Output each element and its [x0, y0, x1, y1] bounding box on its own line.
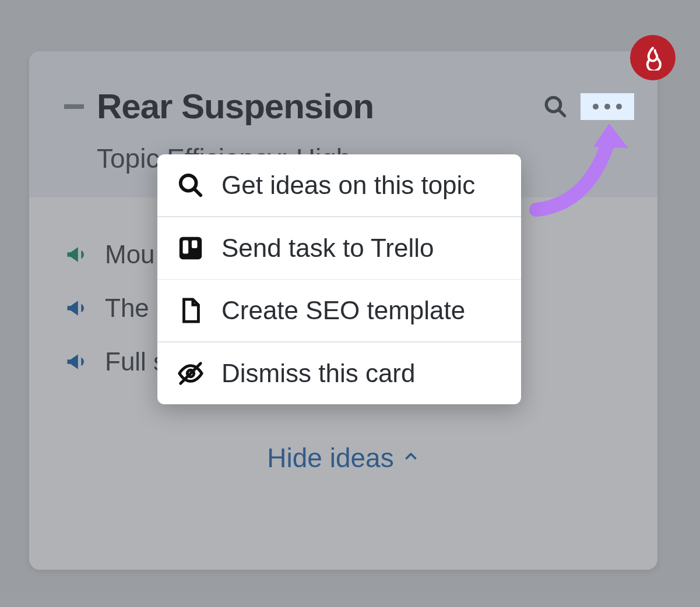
card-title: Rear Suspension — [97, 86, 374, 126]
search-icon — [177, 172, 204, 199]
svg-rect-6 — [183, 241, 189, 254]
search-button[interactable] — [541, 92, 570, 121]
menu-item-label: Dismiss this card — [221, 359, 416, 388]
bullhorn-icon — [64, 295, 90, 321]
collapse-toggle[interactable] — [64, 104, 84, 109]
menu-item-send-trello[interactable]: Send task to Trello — [157, 217, 521, 280]
search-icon — [543, 94, 568, 119]
hide-ideas-label: Hide ideas — [267, 442, 393, 474]
menu-item-get-ideas[interactable]: Get ideas on this topic — [157, 154, 521, 217]
more-options-button[interactable] — [581, 93, 634, 120]
trello-icon — [177, 235, 204, 262]
fire-icon — [640, 45, 666, 70]
menu-item-label: Get ideas on this topic — [221, 171, 475, 200]
menu-item-label: Create SEO template — [221, 296, 465, 325]
bullhorn-icon — [64, 349, 90, 375]
eye-off-icon — [177, 360, 204, 387]
svg-line-4 — [195, 189, 201, 196]
hide-ideas-toggle[interactable]: Hide ideas — [64, 442, 622, 474]
more-options-menu: Get ideas on this topic Send task to Tre… — [157, 154, 521, 404]
svg-rect-7 — [192, 241, 198, 248]
svg-line-1 — [559, 110, 565, 116]
menu-item-create-seo-template[interactable]: Create SEO template — [157, 280, 521, 343]
menu-item-dismiss-card[interactable]: Dismiss this card — [157, 343, 521, 404]
menu-item-label: Send task to Trello — [221, 234, 434, 263]
trending-badge[interactable] — [630, 35, 676, 80]
chevron-up-icon — [402, 447, 420, 470]
bullhorn-icon — [64, 242, 90, 267]
dots-icon — [593, 104, 599, 110]
file-icon — [177, 297, 204, 324]
